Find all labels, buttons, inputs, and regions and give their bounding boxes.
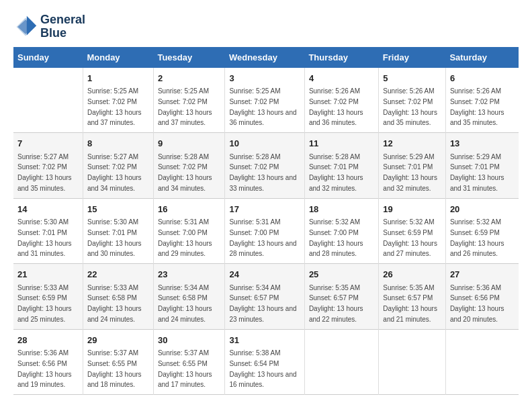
- day-info: Sunrise: 5:36 AMSunset: 6:56 PMDaylight:…: [450, 284, 504, 323]
- day-number: 20: [450, 203, 515, 216]
- day-cell: 11Sunrise: 5:28 AMSunset: 7:01 PMDayligh…: [304, 133, 378, 199]
- day-info: Sunrise: 5:34 AMSunset: 6:57 PMDaylight:…: [229, 284, 296, 323]
- day-cell: 19Sunrise: 5:32 AMSunset: 6:59 PMDayligh…: [379, 198, 446, 264]
- day-info: Sunrise: 5:30 AMSunset: 7:01 PMDaylight:…: [87, 218, 142, 257]
- day-info: Sunrise: 5:34 AMSunset: 6:58 PMDaylight:…: [158, 284, 212, 323]
- header-day-wednesday: Wednesday: [225, 47, 304, 68]
- day-cell: 25Sunrise: 5:35 AMSunset: 6:57 PMDayligh…: [304, 264, 378, 330]
- page-header: General Blue: [13, 13, 519, 40]
- day-info: Sunrise: 5:35 AMSunset: 6:57 PMDaylight:…: [309, 284, 363, 323]
- day-cell: 17Sunrise: 5:31 AMSunset: 7:00 PMDayligh…: [225, 198, 304, 264]
- day-number: 3: [229, 72, 300, 85]
- day-cell: 12Sunrise: 5:29 AMSunset: 7:01 PMDayligh…: [379, 133, 446, 199]
- day-info: Sunrise: 5:29 AMSunset: 7:01 PMDaylight:…: [383, 153, 437, 192]
- day-number: 13: [450, 137, 515, 150]
- day-number: 16: [158, 203, 221, 216]
- day-info: Sunrise: 5:29 AMSunset: 7:01 PMDaylight:…: [450, 153, 504, 192]
- day-number: 23: [158, 268, 221, 281]
- day-cell: 13Sunrise: 5:29 AMSunset: 7:01 PMDayligh…: [445, 133, 519, 199]
- day-number: 29: [87, 334, 149, 347]
- calendar-body: 1Sunrise: 5:25 AMSunset: 7:02 PMDaylight…: [13, 68, 519, 395]
- day-number: 26: [383, 268, 441, 281]
- day-info: Sunrise: 5:32 AMSunset: 6:59 PMDaylight:…: [383, 218, 437, 257]
- day-number: 1: [87, 72, 149, 85]
- day-cell: 4Sunrise: 5:26 AMSunset: 7:02 PMDaylight…: [304, 68, 378, 133]
- week-row-2: 7Sunrise: 5:27 AMSunset: 7:02 PMDaylight…: [13, 133, 519, 199]
- day-info: Sunrise: 5:33 AMSunset: 6:59 PMDaylight:…: [17, 284, 72, 323]
- day-info: Sunrise: 5:25 AMSunset: 7:02 PMDaylight:…: [158, 87, 212, 126]
- day-info: Sunrise: 5:33 AMSunset: 6:58 PMDaylight:…: [87, 284, 142, 323]
- day-cell: 20Sunrise: 5:32 AMSunset: 6:59 PMDayligh…: [445, 198, 519, 264]
- day-number: 10: [229, 137, 300, 150]
- day-cell: [379, 329, 446, 395]
- day-cell: 3Sunrise: 5:25 AMSunset: 7:02 PMDaylight…: [225, 68, 304, 133]
- day-info: Sunrise: 5:31 AMSunset: 7:00 PMDaylight:…: [158, 218, 212, 257]
- day-number: 22: [87, 268, 149, 281]
- day-cell: 7Sunrise: 5:27 AMSunset: 7:02 PMDaylight…: [13, 133, 83, 199]
- day-number: 24: [229, 268, 300, 281]
- day-info: Sunrise: 5:38 AMSunset: 6:54 PMDaylight:…: [229, 349, 296, 388]
- day-info: Sunrise: 5:32 AMSunset: 6:59 PMDaylight:…: [450, 218, 504, 257]
- day-cell: [13, 68, 83, 133]
- day-cell: 31Sunrise: 5:38 AMSunset: 6:54 PMDayligh…: [225, 329, 304, 395]
- day-cell: 15Sunrise: 5:30 AMSunset: 7:01 PMDayligh…: [83, 198, 153, 264]
- day-cell: 28Sunrise: 5:36 AMSunset: 6:56 PMDayligh…: [13, 329, 83, 395]
- day-cell: 18Sunrise: 5:32 AMSunset: 7:00 PMDayligh…: [304, 198, 378, 264]
- day-cell: [304, 329, 378, 395]
- day-info: Sunrise: 5:37 AMSunset: 6:55 PMDaylight:…: [158, 349, 212, 388]
- day-cell: 14Sunrise: 5:30 AMSunset: 7:01 PMDayligh…: [13, 198, 83, 264]
- week-row-1: 1Sunrise: 5:25 AMSunset: 7:02 PMDaylight…: [13, 68, 519, 133]
- day-number: 2: [158, 72, 221, 85]
- logo-icon: [13, 15, 38, 39]
- day-cell: 26Sunrise: 5:35 AMSunset: 6:57 PMDayligh…: [379, 264, 446, 330]
- day-number: 4: [309, 72, 374, 85]
- day-number: 8: [87, 137, 149, 150]
- day-cell: 24Sunrise: 5:34 AMSunset: 6:57 PMDayligh…: [225, 264, 304, 330]
- day-number: 25: [309, 268, 374, 281]
- day-cell: 8Sunrise: 5:27 AMSunset: 7:02 PMDaylight…: [83, 133, 153, 199]
- day-number: 30: [158, 334, 221, 347]
- day-info: Sunrise: 5:27 AMSunset: 7:02 PMDaylight:…: [17, 153, 72, 192]
- day-cell: 29Sunrise: 5:37 AMSunset: 6:55 PMDayligh…: [83, 329, 153, 395]
- day-cell: 30Sunrise: 5:37 AMSunset: 6:55 PMDayligh…: [153, 329, 225, 395]
- logo: General Blue: [13, 13, 85, 40]
- day-number: 9: [158, 137, 221, 150]
- day-number: 17: [229, 203, 300, 216]
- header-row: SundayMondayTuesdayWednesdayThursdayFrid…: [13, 47, 519, 68]
- day-number: 31: [229, 334, 300, 347]
- week-row-5: 28Sunrise: 5:36 AMSunset: 6:56 PMDayligh…: [13, 329, 519, 395]
- day-info: Sunrise: 5:26 AMSunset: 7:02 PMDaylight:…: [309, 87, 363, 126]
- day-info: Sunrise: 5:25 AMSunset: 7:02 PMDaylight:…: [87, 87, 142, 126]
- day-info: Sunrise: 5:36 AMSunset: 6:56 PMDaylight:…: [17, 349, 72, 388]
- day-cell: 2Sunrise: 5:25 AMSunset: 7:02 PMDaylight…: [153, 68, 225, 133]
- day-info: Sunrise: 5:37 AMSunset: 6:55 PMDaylight:…: [87, 349, 142, 388]
- day-info: Sunrise: 5:30 AMSunset: 7:01 PMDaylight:…: [17, 218, 72, 257]
- day-info: Sunrise: 5:28 AMSunset: 7:01 PMDaylight:…: [309, 153, 363, 192]
- header-day-tuesday: Tuesday: [153, 47, 225, 68]
- day-info: Sunrise: 5:28 AMSunset: 7:02 PMDaylight:…: [158, 153, 212, 192]
- day-info: Sunrise: 5:26 AMSunset: 7:02 PMDaylight:…: [383, 87, 437, 126]
- day-number: 7: [17, 137, 79, 150]
- day-number: 14: [17, 203, 79, 216]
- day-cell: 27Sunrise: 5:36 AMSunset: 6:56 PMDayligh…: [445, 264, 519, 330]
- day-info: Sunrise: 5:31 AMSunset: 7:00 PMDaylight:…: [229, 218, 296, 257]
- header-day-sunday: Sunday: [13, 47, 83, 68]
- day-number: 27: [450, 268, 515, 281]
- day-cell: 5Sunrise: 5:26 AMSunset: 7:02 PMDaylight…: [379, 68, 446, 133]
- week-row-3: 14Sunrise: 5:30 AMSunset: 7:01 PMDayligh…: [13, 198, 519, 264]
- header-day-friday: Friday: [379, 47, 446, 68]
- calendar-header: SundayMondayTuesdayWednesdayThursdayFrid…: [13, 47, 519, 68]
- day-number: 28: [17, 334, 79, 347]
- day-number: 5: [383, 72, 441, 85]
- day-info: Sunrise: 5:25 AMSunset: 7:02 PMDaylight:…: [229, 87, 296, 126]
- calendar-table: SundayMondayTuesdayWednesdayThursdayFrid…: [13, 47, 519, 396]
- day-number: 12: [383, 137, 441, 150]
- header-day-thursday: Thursday: [304, 47, 378, 68]
- day-cell: 16Sunrise: 5:31 AMSunset: 7:00 PMDayligh…: [153, 198, 225, 264]
- day-info: Sunrise: 5:27 AMSunset: 7:02 PMDaylight:…: [87, 153, 142, 192]
- day-number: 15: [87, 203, 149, 216]
- day-number: 6: [450, 72, 515, 85]
- day-number: 11: [309, 137, 374, 150]
- day-info: Sunrise: 5:28 AMSunset: 7:02 PMDaylight:…: [229, 153, 296, 192]
- header-day-saturday: Saturday: [445, 47, 519, 68]
